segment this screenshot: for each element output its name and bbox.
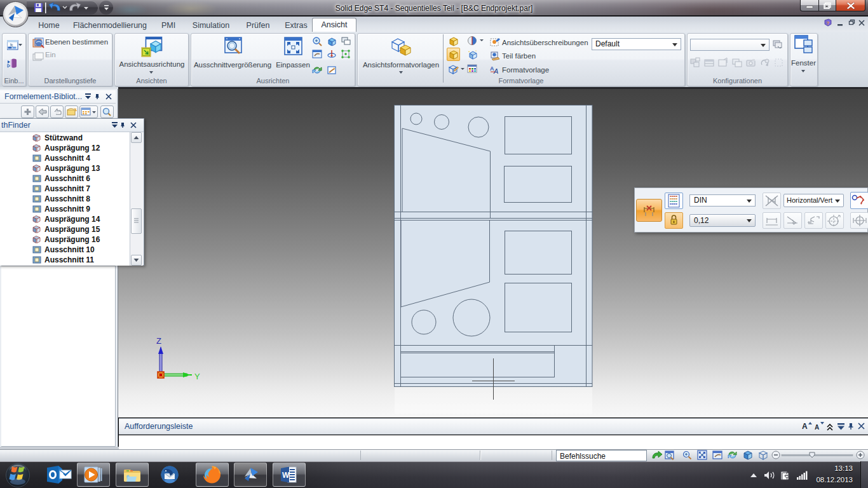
svg-text:?: ? [827, 20, 830, 26]
svg-text:A: A [493, 67, 498, 75]
svg-text:A: A [802, 422, 808, 431]
svg-text:W: W [282, 471, 290, 480]
svg-text:Y: Y [194, 372, 200, 381]
svg-text:Z: Z [156, 336, 161, 346]
svg-text:A: A [815, 424, 819, 431]
